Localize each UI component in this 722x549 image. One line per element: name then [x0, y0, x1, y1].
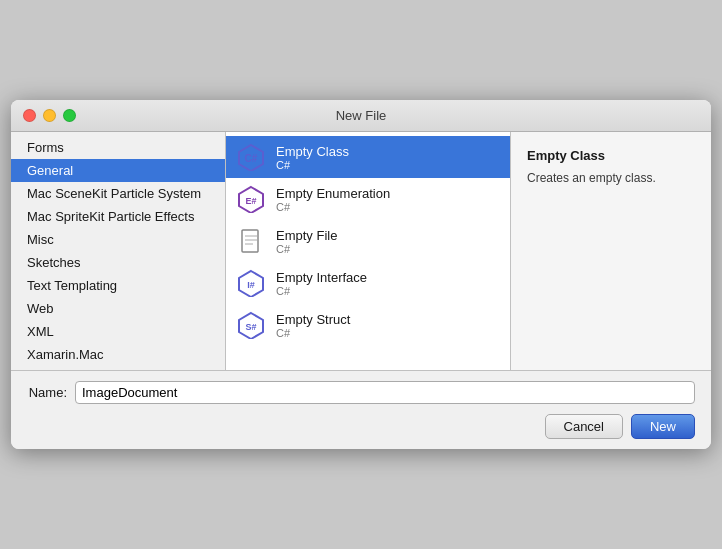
- window-title: New File: [336, 108, 387, 123]
- close-button[interactable]: [23, 109, 36, 122]
- file-lang: C#: [276, 201, 390, 213]
- file-lang: C#: [276, 327, 350, 339]
- name-input[interactable]: [75, 381, 695, 404]
- detail-description: Creates an empty class.: [527, 169, 695, 187]
- sidebar-item-mac-spritekit[interactable]: Mac SpriteKit Particle Effects: [11, 205, 225, 228]
- file-item-empty-interface[interactable]: I# Empty InterfaceC#: [226, 262, 510, 304]
- sidebar: FormsGeneralMac SceneKit Particle System…: [11, 132, 226, 370]
- svg-text:I#: I#: [247, 280, 255, 290]
- name-row: Name:: [27, 381, 695, 404]
- sidebar-item-sketches[interactable]: Sketches: [11, 251, 225, 274]
- bottom-bar: Name: Cancel New: [11, 370, 711, 449]
- enum-icon: E#: [236, 184, 266, 214]
- sidebar-item-mac-scenekit[interactable]: Mac SceneKit Particle System: [11, 182, 225, 205]
- window: New File FormsGeneralMac SceneKit Partic…: [11, 100, 711, 449]
- traffic-lights: [23, 109, 76, 122]
- svg-text:E#: E#: [245, 196, 256, 206]
- content-area: FormsGeneralMac SceneKit Particle System…: [11, 132, 711, 370]
- sidebar-item-text-templating[interactable]: Text Templating: [11, 274, 225, 297]
- sidebar-item-xml[interactable]: XML: [11, 320, 225, 343]
- svg-text:S#: S#: [245, 322, 256, 332]
- file-item-empty-class[interactable]: C# Empty ClassC#: [226, 136, 510, 178]
- file-name: Empty Enumeration: [276, 186, 390, 201]
- titlebar: New File: [11, 100, 711, 132]
- file-item-empty-file[interactable]: Empty FileC#: [226, 220, 510, 262]
- file-name: Empty Struct: [276, 312, 350, 327]
- class-icon: C#: [236, 142, 266, 172]
- sidebar-item-forms[interactable]: Forms: [11, 136, 225, 159]
- file-name: Empty Class: [276, 144, 349, 159]
- maximize-button[interactable]: [63, 109, 76, 122]
- file-name: Empty File: [276, 228, 337, 243]
- file-lang: C#: [276, 285, 367, 297]
- button-row: Cancel New: [27, 414, 695, 439]
- sidebar-item-general[interactable]: General: [11, 159, 225, 182]
- new-button[interactable]: New: [631, 414, 695, 439]
- file-icon: [236, 226, 266, 256]
- cancel-button[interactable]: Cancel: [545, 414, 623, 439]
- file-name: Empty Interface: [276, 270, 367, 285]
- minimize-button[interactable]: [43, 109, 56, 122]
- file-list: C# Empty ClassC# E# Empty EnumerationC# …: [226, 132, 511, 370]
- detail-panel: Empty Class Creates an empty class.: [511, 132, 711, 370]
- file-item-empty-struct[interactable]: S# Empty StructC#: [226, 304, 510, 346]
- svg-text:C#: C#: [245, 153, 258, 164]
- interface-icon: I#: [236, 268, 266, 298]
- file-item-empty-enumeration[interactable]: E# Empty EnumerationC#: [226, 178, 510, 220]
- sidebar-item-xamarin-mac[interactable]: Xamarin.Mac: [11, 343, 225, 366]
- sidebar-item-misc[interactable]: Misc: [11, 228, 225, 251]
- svg-rect-4: [242, 230, 258, 252]
- name-label: Name:: [27, 385, 67, 400]
- detail-title: Empty Class: [527, 148, 695, 163]
- struct-icon: S#: [236, 310, 266, 340]
- file-lang: C#: [276, 159, 349, 171]
- sidebar-item-web[interactable]: Web: [11, 297, 225, 320]
- file-lang: C#: [276, 243, 337, 255]
